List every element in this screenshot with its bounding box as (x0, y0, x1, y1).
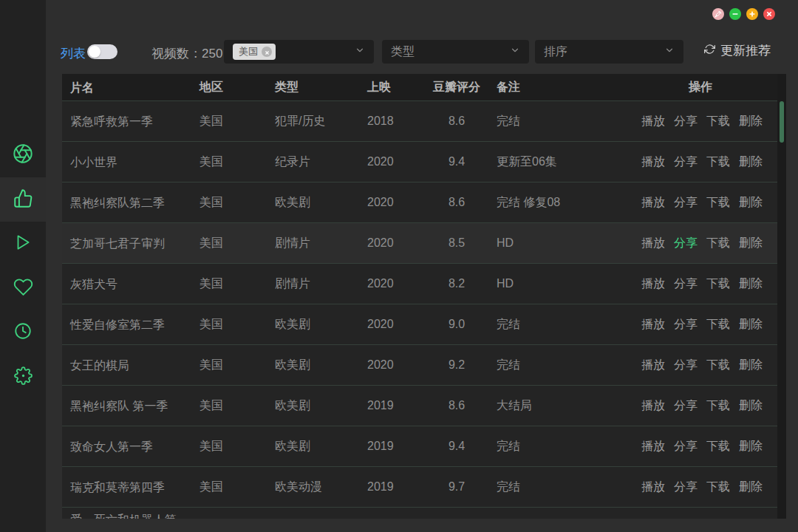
action-share[interactable]: 分享 (674, 276, 698, 292)
action-play[interactable]: 播放 (641, 154, 665, 170)
table-row[interactable]: 女王的棋局 美国 欧美剧 2020 9.2 完结 播放分享下载删除 (62, 344, 777, 385)
sidebar-item-history[interactable] (0, 310, 46, 355)
action-share[interactable]: 分享 (674, 358, 698, 373)
cell-rating: 9.0 (428, 318, 485, 331)
cell-title: 黑袍纠察队第二季 (62, 195, 200, 211)
row-actions: 播放分享下载删除 (638, 398, 777, 414)
action-download[interactable]: 下载 (706, 154, 730, 170)
action-delete[interactable]: 删除 (739, 358, 763, 373)
heart-icon (13, 277, 33, 300)
action-share[interactable]: 分享 (674, 236, 698, 251)
action-delete[interactable]: 删除 (739, 154, 763, 170)
header-region: 地区 (200, 80, 275, 95)
cell-title: 小小世界 (62, 154, 200, 170)
action-download[interactable]: 下载 (706, 276, 730, 292)
action-delete[interactable]: 删除 (739, 195, 763, 211)
cell-rating: 9.2 (428, 358, 485, 372)
cell-type: 犯罪/历史 (275, 114, 367, 129)
table-row[interactable]: 爱，死亡和机器人第一季 (62, 507, 777, 519)
action-share[interactable]: 分享 (674, 317, 698, 332)
list-view-toggle[interactable] (87, 44, 117, 59)
table-row[interactable]: 芝加哥七君子审判 美国 剧情片 2020 8.5 HD 播放分享下载删除 (62, 222, 777, 263)
sidebar-item-thumbs-up[interactable] (0, 177, 46, 222)
region-filter-select[interactable]: 美国 (224, 40, 374, 64)
table-row[interactable]: 性爱自修室第二季 美国 欧美剧 2020 9.0 完结 播放分享下载删除 (62, 304, 777, 344)
action-share[interactable]: 分享 (674, 195, 698, 211)
cell-title: 瑞克和莫蒂第四季 (62, 480, 200, 495)
action-download[interactable]: 下载 (706, 236, 730, 251)
action-play[interactable]: 播放 (641, 236, 665, 251)
action-delete[interactable]: 删除 (739, 236, 763, 251)
toolbar: 列表 视频数：250 美国 类型 排序 (46, 0, 798, 74)
cell-region: 美国 (200, 398, 275, 414)
action-delete[interactable]: 删除 (739, 480, 763, 495)
action-download[interactable]: 下载 (706, 480, 730, 495)
sidebar (0, 0, 46, 532)
minimize-icon (732, 9, 739, 20)
sidebar-item-play[interactable] (0, 222, 46, 266)
action-play[interactable]: 播放 (641, 398, 665, 414)
table-row[interactable]: 小小世界 美国 纪录片 2020 9.4 更新至06集 播放分享下载删除 (62, 141, 777, 182)
cell-year: 2020 (367, 236, 428, 250)
action-play[interactable]: 播放 (641, 439, 665, 454)
minimize-button[interactable] (729, 8, 741, 20)
action-delete[interactable]: 删除 (739, 114, 763, 129)
list-view-label[interactable]: 列表 (61, 45, 86, 62)
sidebar-item-aperture[interactable] (0, 133, 46, 177)
remove-tag-button[interactable] (262, 47, 272, 57)
action-share[interactable]: 分享 (674, 398, 698, 414)
pin-icon (715, 9, 722, 20)
cell-year: 2019 (367, 440, 428, 453)
table-row[interactable]: 紧急呼救第一季 美国 犯罪/历史 2018 8.6 完结 播放分享下载删除 (62, 100, 777, 141)
action-share[interactable]: 分享 (674, 114, 698, 129)
cell-type: 纪录片 (275, 154, 367, 170)
action-share[interactable]: 分享 (674, 154, 698, 170)
action-delete[interactable]: 删除 (739, 276, 763, 292)
action-play[interactable]: 播放 (641, 358, 665, 373)
action-play[interactable]: 播放 (641, 276, 665, 292)
table-row[interactable]: 灰猎犬号 美国 剧情片 2020 8.2 HD 播放分享下载删除 (62, 263, 777, 304)
table-row[interactable]: 致命女人第一季 美国 欧美剧 2019 9.4 完结 播放分享下载删除 (62, 426, 777, 466)
action-play[interactable]: 播放 (641, 195, 665, 211)
table-row[interactable]: 黑袍纠察队第二季 美国 欧美剧 2020 8.6 完结 修复08 播放分享下载删… (62, 182, 777, 222)
action-delete[interactable]: 删除 (739, 398, 763, 414)
action-download[interactable]: 下载 (706, 195, 730, 211)
pin-window-button[interactable] (712, 8, 724, 20)
action-play[interactable]: 播放 (641, 317, 665, 332)
cell-note: 大结局 (485, 398, 638, 414)
action-delete[interactable]: 删除 (739, 439, 763, 454)
row-actions: 播放分享下载删除 (638, 154, 777, 170)
action-download[interactable]: 下载 (706, 439, 730, 454)
sort-select[interactable]: 排序 (535, 40, 683, 64)
maximize-button[interactable] (746, 8, 758, 20)
close-button[interactable] (763, 8, 775, 20)
refresh-recommend-button[interactable]: 更新推荐 (704, 42, 771, 59)
table-scrollbar (777, 74, 786, 519)
scrollbar-thumb[interactable] (780, 101, 784, 143)
action-download[interactable]: 下载 (706, 317, 730, 332)
video-count-label: 视频数：250 (151, 45, 222, 62)
action-download[interactable]: 下载 (706, 114, 730, 129)
toggle-knob (89, 46, 100, 58)
table-header-row: 片名 地区 类型 上映 豆瓣评分 备注 操作 (62, 74, 777, 100)
action-share[interactable]: 分享 (674, 480, 698, 495)
header-rating: 豆瓣评分 (428, 80, 485, 95)
sidebar-item-heart[interactable] (0, 266, 46, 310)
cell-title: 致命女人第一季 (62, 439, 200, 454)
action-play[interactable]: 播放 (641, 114, 665, 129)
table-row[interactable]: 瑞克和莫蒂第四季 美国 欧美动漫 2019 9.7 完结 播放分享下载删除 (62, 466, 777, 507)
action-download[interactable]: 下载 (706, 398, 730, 414)
cell-title: 性爱自修室第二季 (62, 317, 200, 332)
cell-note: HD (485, 277, 638, 290)
sidebar-item-settings[interactable] (0, 355, 46, 399)
cell-region: 美国 (200, 480, 275, 495)
table-row[interactable]: 黑袍纠察队 第一季 美国 欧美剧 2019 8.6 大结局 播放分享下载删除 (62, 385, 777, 426)
cell-year: 2020 (367, 196, 428, 209)
type-filter-select[interactable]: 类型 (382, 40, 529, 64)
action-play[interactable]: 播放 (641, 480, 665, 495)
action-download[interactable]: 下载 (706, 358, 730, 373)
cell-note: 完结 (485, 114, 638, 129)
chevron-down-icon (355, 45, 365, 58)
action-delete[interactable]: 删除 (739, 317, 763, 332)
action-share[interactable]: 分享 (674, 439, 698, 454)
